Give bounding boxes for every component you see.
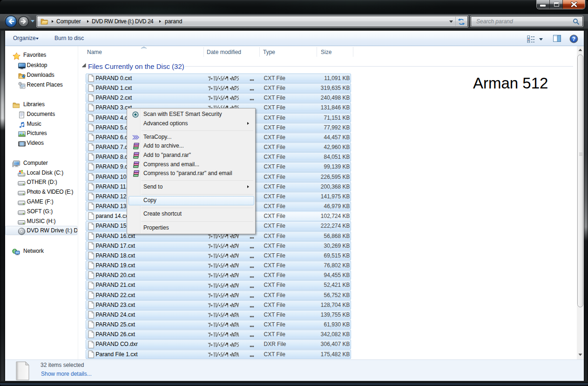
svg-text:?: ?	[572, 36, 575, 42]
